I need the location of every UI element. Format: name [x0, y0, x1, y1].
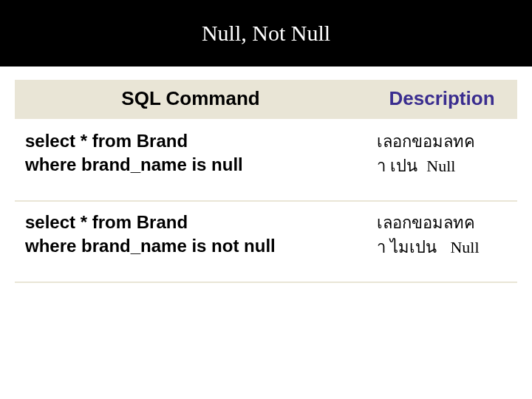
desc-th-a: เลอกขอมลทค — [377, 132, 475, 151]
cell-command: select * from Brand where brand_name is … — [15, 201, 366, 282]
table-container: SQL Command Description select * from Br… — [0, 66, 532, 283]
desc-th-b: า ไมเปน — [377, 238, 437, 256]
sql-table: SQL Command Description select * from Br… — [15, 80, 517, 283]
desc-tail: Null — [426, 157, 455, 175]
header-description: Description — [366, 80, 517, 120]
cell-description: เลอกขอมลทค า เปน Null — [366, 120, 517, 201]
cell-description: เลอกขอมลทค า ไมเปน Null — [366, 201, 517, 282]
desc-th-b: า เปน — [377, 157, 417, 175]
header-command: SQL Command — [15, 80, 366, 120]
title-band: Null, Not Null — [0, 0, 532, 66]
table-header-row: SQL Command Description — [15, 80, 517, 120]
desc-th-a: เลอกขอมลทค — [377, 214, 475, 232]
slide-title: Null, Not Null — [202, 21, 330, 46]
desc-tail: Null — [450, 238, 479, 256]
table-row: select * from Brand where brand_name is … — [15, 120, 517, 201]
table-row: select * from Brand where brand_name is … — [15, 201, 517, 282]
cell-command: select * from Brand where brand_name is … — [15, 120, 366, 201]
